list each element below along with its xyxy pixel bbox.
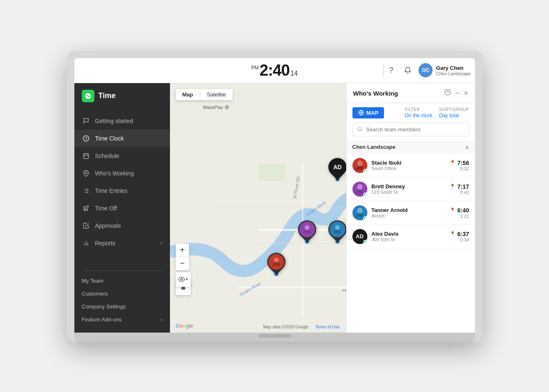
sidebar-logo: Time (74, 83, 170, 109)
worker-avatar-alex: AD (352, 229, 367, 244)
sidebar-item-time-off[interactable]: Time Off (74, 200, 170, 217)
topbar-divider (383, 64, 384, 76)
plane-icon (82, 204, 90, 212)
clock-display: PM 2:40 14 (251, 62, 298, 79)
svg-point-7 (85, 172, 87, 173)
worker-avatar-stacie (352, 158, 367, 173)
help-icon[interactable]: ? (385, 64, 397, 76)
map-pin-stacie-ibuki[interactable] (267, 253, 286, 276)
reports-chevron: › (161, 240, 162, 246)
sidebar-secondary: My Team Customers Company Settings Featu… (74, 276, 170, 324)
svg-point-44 (335, 225, 340, 230)
worker-info-stacie: Stacie Ibuki South Office (372, 160, 446, 171)
collapse-icon[interactable]: ∧ (465, 144, 469, 150)
terms-link[interactable]: Terms of Use (315, 325, 340, 329)
scene: PM 2:40 14 ? GC Gary Chen (46, 34, 503, 358)
sidebar-item-my-team[interactable]: My Team (82, 276, 162, 286)
sidebar-item-time-clock[interactable]: Time Clock (74, 130, 170, 147)
sidebar-item-schedule[interactable]: Schedule (74, 147, 170, 165)
worker-item-alex-davis[interactable]: AD Alex Davis 300 10th St 📍 (347, 225, 475, 249)
laptop-screen: PM 2:40 14 ? GC Gary Chen (74, 58, 475, 333)
laptop-container: PM 2:40 14 ? GC Gary Chen (67, 51, 483, 342)
worker-avatar-tanner (352, 205, 367, 220)
svg-point-50 (357, 126, 361, 130)
worker-info-alex: Alex Davis 300 10th St (372, 231, 446, 242)
logo-icon (82, 90, 94, 102)
map-data-text: Map data ©2020 Google (263, 325, 308, 329)
worker-item-tanner-arnold[interactable]: Tanner Arnold Airport 📍 6:40 1:22 (347, 201, 475, 225)
map-tab-map[interactable]: Map (176, 89, 200, 100)
sort-value[interactable]: Day total (439, 113, 469, 118)
sidebar-item-customers[interactable]: Customers (82, 289, 162, 298)
search-icon (357, 126, 363, 133)
pin-icon-stacie: 📍 (450, 160, 455, 165)
panel-search (347, 123, 475, 141)
clock-icon (82, 134, 90, 143)
sidebar-item-time-entries-label: Time Entries (95, 187, 128, 194)
worker-list: Stacie Ibuki South Office 📍 7:58 0:32 (347, 154, 475, 333)
approvals-icon (82, 222, 90, 230)
sidebar-item-feature-add-ons[interactable]: Feature Add-ons › (82, 315, 162, 324)
sidebar-item-reports[interactable]: Reports › (74, 234, 170, 252)
svg-point-43 (305, 225, 310, 230)
sidebar-divider (82, 271, 162, 271)
content-area: Rose Rd Snake River Snake River W River … (170, 83, 475, 333)
worker-info-tanner: Tanner Arnold Airport (372, 207, 446, 218)
pin-icon-alex: 📍 (450, 231, 455, 237)
company-header: Chen Landscape ∧ (347, 141, 475, 154)
topbar: PM 2:40 14 ? GC Gary Chen (74, 58, 475, 83)
panel-filter-section: FILTER On the clock (405, 107, 433, 118)
sidebar-item-whos-working[interactable]: Who's Working (74, 165, 170, 182)
sidebar-item-company-settings[interactable]: Company Settings (82, 302, 162, 311)
svg-rect-3 (84, 153, 89, 158)
map-pin-brett-denney[interactable] (298, 220, 316, 244)
worker-item-brett-denney[interactable]: Brett Denney 123 South St 📍 7:17 0:42 (347, 178, 475, 201)
panel-sort-section: SORT/GROUP Day total (439, 107, 469, 118)
user-info[interactable]: GC Gary Chen Chen Landscape (419, 63, 470, 77)
zoom-out-button[interactable]: − (176, 257, 189, 270)
worker-times-tanner: 📍 6:40 1:22 (450, 207, 469, 219)
user-company: Chen Landscape (436, 71, 470, 76)
sidebar-item-reports-label: Reports (95, 240, 116, 247)
map-pin-alex-davis[interactable]: AD (328, 158, 347, 181)
time-main: 2:40 (260, 62, 290, 79)
worker-item-stacie-ibuki[interactable]: Stacie Ibuki South Office 📍 7:58 0:32 (347, 154, 475, 178)
worker-info-brett: Brett Denney 123 South St (372, 183, 446, 195)
maze-label: MazePlay (203, 105, 229, 110)
logo-text: Time (98, 91, 116, 100)
svg-line-51 (361, 130, 362, 131)
user-name: Gary Chen (436, 65, 470, 71)
map-zoom-controls: + − (176, 244, 189, 270)
sidebar-item-approvals[interactable]: Approvals (74, 217, 170, 234)
panel-close-icon[interactable]: × (464, 89, 468, 98)
zoom-in-button[interactable]: + (176, 244, 189, 257)
map-tab-satellite[interactable]: Satellite (200, 89, 233, 100)
whos-working-panel: Who's Working − × (346, 83, 475, 333)
reports-icon (82, 239, 90, 247)
user-text: Gary Chen Chen Landscape (436, 65, 470, 76)
panel-tab-map[interactable]: MAP (352, 107, 384, 118)
company-name: Chen Landscape (352, 144, 396, 150)
map-pin-tanner-arnold[interactable] (328, 220, 347, 244)
svg-point-45 (274, 257, 279, 262)
map-view-toggle[interactable]: ▾ (176, 272, 191, 287)
sidebar-item-time-entries[interactable]: Time Entries (74, 182, 170, 200)
notification-icon[interactable] (402, 64, 414, 76)
sidebar-item-time-off-label: Time Off (95, 205, 117, 212)
sidebar-item-schedule-label: Schedule (95, 153, 119, 159)
laptop-base (74, 333, 475, 342)
search-box (352, 123, 469, 136)
panel-help-icon[interactable] (444, 89, 451, 97)
filter-value[interactable]: On the clock (405, 113, 433, 118)
panel-header-icons: − × (444, 89, 468, 98)
main-content: Time Getting started (74, 83, 475, 333)
google-logo: Google (176, 322, 193, 329)
sidebar: Time Getting started (74, 83, 170, 333)
panel-header: Who's Working − × (347, 83, 475, 103)
sidebar-item-getting-started[interactable]: Getting started (74, 112, 170, 130)
search-input[interactable] (366, 126, 465, 133)
worker-times-stacie: 📍 7:58 0:32 (450, 160, 469, 171)
svg-point-36 (181, 279, 182, 280)
user-avatar: GC (419, 63, 433, 77)
panel-minimize-icon[interactable]: − (455, 89, 460, 97)
